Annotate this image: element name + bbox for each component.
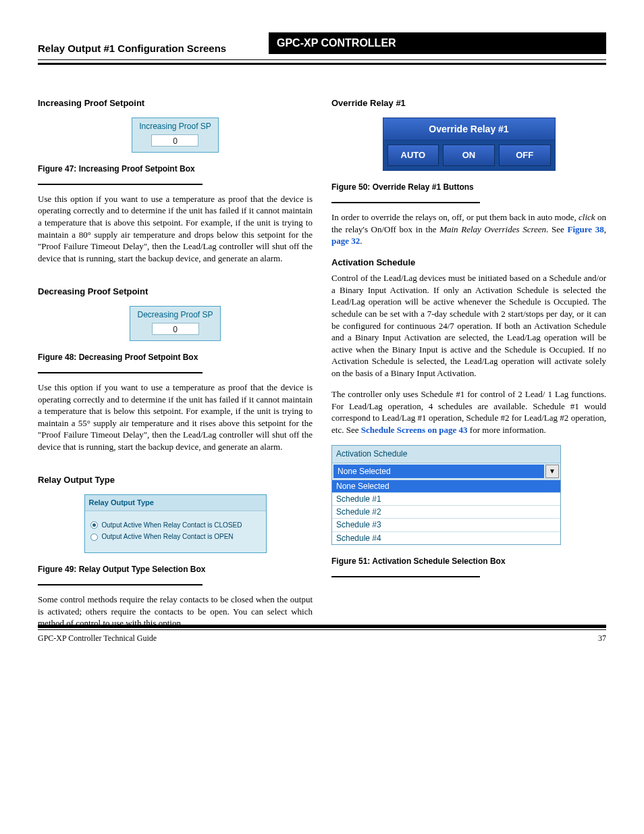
inc-proof-body: Use this option if you want to use a tem… xyxy=(38,193,313,264)
header-black-title: GPC-XP CONTROLLER xyxy=(269,32,606,54)
relay-opt-closed-label: Output Active When Relay Contact is CLOS… xyxy=(102,521,242,530)
section-rule-5 xyxy=(331,576,480,577)
link-page-32[interactable]: page 32 xyxy=(331,236,360,246)
fig51-caption: Figure 51: Activation Schedule Selection… xyxy=(331,556,606,567)
override-off-button[interactable]: OFF xyxy=(499,145,551,166)
activation-body-2: The controller only uses Schedule #1 for… xyxy=(331,388,606,436)
section-title-relay-type: Relay Output Type xyxy=(38,474,313,486)
link-schedule-screens[interactable]: Schedule Screens on page 43 xyxy=(361,425,468,435)
sched-option[interactable]: None Selected xyxy=(332,479,560,492)
override-on-button[interactable]: ON xyxy=(443,145,495,166)
footer-rule-bottom xyxy=(38,629,606,630)
fig47-caption: Figure 47: Increasing Proof Setpoint Box xyxy=(38,163,313,174)
section-rule-4 xyxy=(331,202,480,203)
section-title-inc-proof: Increasing Proof Setpoint xyxy=(38,97,313,109)
relay-opt-open-row[interactable]: Output Active When Relay Contact is OPEN xyxy=(90,532,261,542)
decreasing-proof-input[interactable]: 0 xyxy=(152,323,199,335)
right-column: Override Relay #1 Override Relay #1 AUTO… xyxy=(331,97,606,639)
radio-icon xyxy=(90,521,98,529)
header-white-subtitle: Relay Output #1 Configuration Screens xyxy=(38,42,226,55)
override-relay-panel: Override Relay #1 AUTO ON OFF xyxy=(383,118,556,171)
fig49-caption: Figure 49: Relay Output Type Selection B… xyxy=(38,564,313,575)
footer-page-number: 37 xyxy=(598,633,606,644)
header-rule-bottom xyxy=(38,63,606,65)
link-figure-38[interactable]: Figure 38 xyxy=(567,224,603,234)
section-title-dec-proof: Decreasing Proof Setpoint xyxy=(38,286,313,298)
relay-opt-closed-row[interactable]: Output Active When Relay Contact is CLOS… xyxy=(90,521,261,530)
page-header: GPC-XP CONTROLLER Relay Output #1 Config… xyxy=(38,32,606,57)
activation-schedule-panel: Activation Schedule None Selected ▼ None… xyxy=(331,445,561,544)
section-title-activation-schedule: Activation Schedule xyxy=(331,257,606,269)
relay-opt-open-label: Output Active When Relay Contact is OPEN xyxy=(102,532,234,542)
sched-panel-head: Activation Schedule xyxy=(332,446,560,462)
footer-doc-title: GPC-XP Controller Technical Guide xyxy=(38,633,157,644)
activation-body-1: Control of the Lead/Lag devices must be … xyxy=(331,272,606,379)
sched-dropdown-button[interactable]: ▼ xyxy=(545,465,559,478)
fig48-caption: Figure 48: Decreasing Proof Setpoint Box xyxy=(38,352,313,363)
section-rule-2 xyxy=(38,372,203,373)
override-panel-title: Override Relay #1 xyxy=(383,118,556,141)
section-rule-3 xyxy=(38,584,203,585)
increasing-proof-label: Increasing Proof SP xyxy=(139,121,211,132)
sched-option[interactable]: Schedule #1 xyxy=(332,492,560,505)
page-footer: GPC-XP Controller Technical Guide 37 xyxy=(38,625,606,644)
sched-options-list: None Selected Schedule #1 Schedule #2 Sc… xyxy=(332,479,560,544)
sched-selected-value[interactable]: None Selected xyxy=(333,465,544,478)
left-column: Increasing Proof Setpoint Increasing Pro… xyxy=(38,97,313,639)
relay-output-type-panel: Relay Output Type Output Active When Rel… xyxy=(84,494,267,553)
sched-option[interactable]: Schedule #4 xyxy=(332,531,560,544)
sched-option[interactable]: Schedule #2 xyxy=(332,505,560,518)
sched-option[interactable]: Schedule #3 xyxy=(332,518,560,531)
dec-proof-body: Use this option if you want to use a tem… xyxy=(38,382,313,452)
relay-type-body: Some control methods require the relay c… xyxy=(38,594,313,629)
increasing-proof-input[interactable]: 0 xyxy=(151,134,198,147)
decreasing-proof-label: Decreasing Proof SP xyxy=(137,309,213,320)
radio-icon xyxy=(90,533,98,541)
chevron-down-icon: ▼ xyxy=(549,467,556,476)
override-auto-button[interactable]: AUTO xyxy=(387,145,439,166)
section-rule-1 xyxy=(38,184,203,185)
relay-panel-head: Relay Output Type xyxy=(85,495,266,511)
decreasing-proof-panel: Decreasing Proof SP 0 xyxy=(130,306,220,341)
increasing-proof-panel: Increasing Proof SP 0 xyxy=(132,118,219,153)
override-body: In order to override the relays on, off,… xyxy=(331,211,606,247)
section-title-override: Override Relay #1 xyxy=(331,97,606,109)
fig50-caption: Figure 50: Override Relay #1 Buttons xyxy=(331,182,606,192)
footer-rule-top xyxy=(38,625,606,628)
